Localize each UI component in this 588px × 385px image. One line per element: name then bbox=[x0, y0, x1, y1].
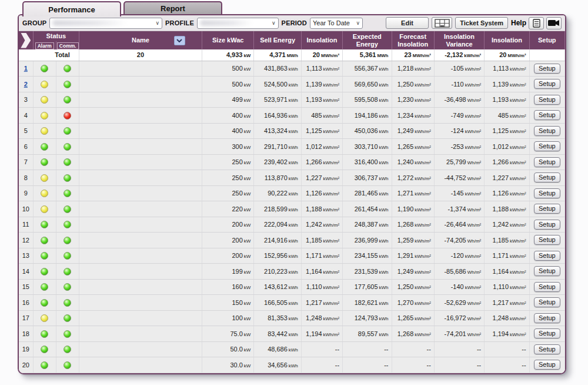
sell-cell: 34,656kWh bbox=[254, 357, 301, 373]
comm-status-cell bbox=[56, 201, 79, 217]
row-number-cell: 7 bbox=[19, 154, 33, 170]
help-label: Help bbox=[511, 19, 526, 27]
size-cell: 50.0kW bbox=[202, 341, 253, 357]
size-cell: 199kW bbox=[202, 264, 253, 280]
total-count: 20 bbox=[79, 49, 202, 61]
setup-button[interactable]: Setup bbox=[534, 188, 560, 198]
setup-button[interactable]: Setup bbox=[534, 328, 560, 338]
expected-cell: 281,465kWh bbox=[343, 185, 392, 201]
forecast-cell: 1,240kWh/m² bbox=[392, 154, 434, 170]
insolation-cell: 1,171kWh/m² bbox=[301, 248, 342, 264]
forecast-cell: 1,291kWh/m² bbox=[392, 248, 434, 264]
setup-button[interactable]: Setup bbox=[534, 344, 560, 354]
tab-performance[interactable]: Performance bbox=[22, 1, 121, 16]
setup-button[interactable]: Setup bbox=[534, 266, 560, 276]
setup-cell: Setup bbox=[529, 233, 564, 248]
tab-report[interactable]: Report bbox=[123, 1, 222, 14]
table-row: 15160kW143,612kWh1,110kWh/m²177,605kWh1,… bbox=[19, 279, 565, 295]
insolation2-column-header: Insolation bbox=[485, 31, 529, 49]
expand-arrow-header[interactable] bbox=[19, 31, 33, 49]
sell-cell: 90,222kWh bbox=[254, 185, 301, 201]
site-name-cell bbox=[79, 217, 202, 233]
row-number-cell: 6 bbox=[19, 139, 33, 155]
total-expected-cell: 5,361MWh bbox=[343, 49, 392, 61]
row-number-cell: 8 bbox=[19, 170, 33, 186]
forecast-cell: 1,230kWh/m² bbox=[392, 92, 434, 108]
edit-button[interactable]: Edit bbox=[386, 17, 429, 29]
setup-button[interactable]: Setup bbox=[534, 79, 560, 89]
name-column-header: Name bbox=[79, 31, 202, 49]
setup-cell: Setup bbox=[529, 279, 564, 295]
setup-cell: Setup bbox=[529, 185, 564, 201]
group-label: GROUP bbox=[22, 19, 46, 26]
alarm-led-green-icon bbox=[41, 299, 48, 307]
alarm-status-cell bbox=[33, 170, 56, 186]
setup-button[interactable]: Setup bbox=[534, 360, 560, 370]
site-name-cell bbox=[79, 185, 202, 201]
alarm-led-yellow-icon bbox=[41, 112, 48, 120]
period-select[interactable]: Year To Date ∨ bbox=[310, 18, 363, 29]
comm-led-green-icon bbox=[64, 221, 71, 228]
variance-cell: -140kWh/m² bbox=[434, 279, 484, 295]
setup-button[interactable]: Setup bbox=[534, 95, 560, 105]
forecast-insolation-column-header: Forecast Insolation bbox=[392, 31, 434, 49]
site-name-cell bbox=[79, 154, 202, 170]
setup-button[interactable]: Setup bbox=[534, 126, 560, 136]
setup-button[interactable]: Setup bbox=[534, 64, 560, 74]
alarm-led-green-icon bbox=[41, 346, 48, 353]
setup-button[interactable]: Setup bbox=[534, 172, 560, 182]
alarm-led-green-icon bbox=[41, 283, 48, 291]
table-row: 7250kW239,402kWh1,266kWh/m²316,400kWh1,2… bbox=[19, 154, 565, 170]
profile-select[interactable]: ∨ bbox=[197, 18, 279, 29]
comm-led-red-icon bbox=[64, 112, 71, 120]
table-row: 2030.0kW34,656kWh----------Setup bbox=[19, 357, 565, 373]
setup-button[interactable]: Setup bbox=[534, 157, 560, 167]
table-row: 13200kW152,956kWh1,171kWh/m²234,155kWh1,… bbox=[19, 248, 565, 264]
alarm-status-cell bbox=[33, 233, 56, 248]
expected-cell: 595,508kWh bbox=[343, 92, 392, 108]
variance-cell: -749kWh/m² bbox=[434, 108, 484, 124]
setup-button[interactable]: Setup bbox=[534, 313, 560, 323]
site-name-cell bbox=[79, 279, 202, 295]
video-camera-icon bbox=[548, 19, 560, 26]
setup-button[interactable]: Setup bbox=[534, 282, 560, 292]
help-document-button[interactable] bbox=[529, 17, 544, 29]
setup-button[interactable]: Setup bbox=[534, 297, 560, 307]
alarm-led-yellow-icon bbox=[41, 96, 48, 104]
setup-cell: Setup bbox=[529, 341, 564, 357]
grid-view-button[interactable] bbox=[432, 17, 453, 29]
size-cell: 200kW bbox=[202, 217, 253, 233]
insolation2-cell: 1,194kWh/m² bbox=[485, 326, 529, 342]
table-row: 8250kW113,870kWh1,227kWh/m²306,737kWh1,2… bbox=[19, 170, 565, 186]
ticket-system-button[interactable]: Ticket System bbox=[455, 17, 508, 29]
variance-cell: -44,752Wh/m² bbox=[434, 170, 484, 186]
setup-cell: Setup bbox=[529, 92, 564, 108]
insolation2-cell: 1,266kWh/m² bbox=[485, 154, 529, 170]
setup-button[interactable]: Setup bbox=[534, 220, 560, 230]
comm-led-green-icon bbox=[64, 299, 71, 307]
row-number-cell: 2 bbox=[19, 77, 33, 92]
expected-cell: 306,737kWh bbox=[343, 170, 392, 186]
sell-cell: 152,956kWh bbox=[254, 248, 301, 264]
name-filter-dropdown[interactable] bbox=[174, 36, 185, 45]
help-video-button[interactable] bbox=[546, 17, 562, 29]
alarm-status-cell bbox=[33, 123, 56, 139]
table-row: 1500kW431,863kWh1,113kWh/m²556,367kWh1,2… bbox=[19, 61, 565, 77]
setup-button[interactable]: Setup bbox=[534, 204, 560, 214]
row-number-link[interactable]: 2 bbox=[24, 81, 28, 88]
variance-cell: -- bbox=[434, 357, 484, 373]
row-number-cell: 19 bbox=[19, 341, 33, 357]
comm-status-cell bbox=[56, 233, 79, 248]
site-name-cell bbox=[79, 108, 202, 124]
setup-button[interactable]: Setup bbox=[534, 141, 560, 151]
sell-cell: 291,710kWh bbox=[254, 139, 301, 155]
insolation2-cell: 1,248kWh/m² bbox=[485, 310, 529, 326]
forecast-cell: 1,270kWh/m² bbox=[392, 295, 434, 311]
setup-button[interactable]: Setup bbox=[534, 235, 560, 245]
total-label: Total bbox=[19, 49, 79, 61]
group-select[interactable]: ∨ bbox=[49, 18, 162, 29]
row-number-link[interactable]: 1 bbox=[24, 65, 28, 72]
setup-button[interactable]: Setup bbox=[534, 110, 560, 120]
setup-button[interactable]: Setup bbox=[534, 251, 560, 261]
table-row: 10220kW218,599kWh1,188kWh/m²261,454kWh1,… bbox=[19, 201, 565, 217]
